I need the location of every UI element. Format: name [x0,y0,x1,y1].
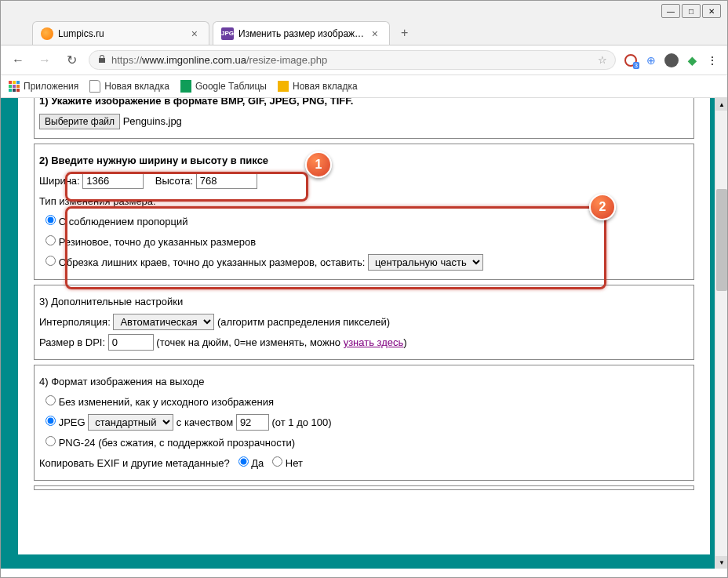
section-1-heading: 1) Укажите изображение в формате BMP, GI… [39,98,689,110]
quality-range-hint: (от 1 до 100) [272,416,332,428]
jpg-icon: JPG [221,27,234,40]
plus-icon [278,81,289,92]
resize-crop-radio[interactable] [46,256,56,266]
bookmark-label: Новая вкладка [293,81,358,92]
annotation-badge-1: 1 [305,151,332,178]
extension-icons: 3 ⊕ ◆ ⋮ [624,53,719,67]
tab-bar: Lumpics.ru × JPG Изменить размер изображ… [1,1,727,45]
new-tab-button[interactable]: + [393,21,416,45]
dpi-input[interactable] [108,334,154,351]
dpi-learn-link[interactable]: узнать здесь [344,336,404,348]
resize-stretch-radio[interactable] [46,235,56,245]
annotation-box-2 [65,206,606,289]
section-5-peek [34,485,694,490]
badge-count: 3 [633,62,639,69]
dpi-label: Размер в DPI: [39,336,105,348]
interpolation-label: Интерполяция: [39,316,111,328]
radio-label: Да [251,457,264,469]
exif-no-radio[interactable] [272,456,282,467]
globe-icon[interactable]: ⊕ [644,53,658,67]
tab-title: Lumpics.ru [58,28,188,39]
section-3-heading: 3) Дополнительные настройки [39,293,689,311]
interpolation-select[interactable]: Автоматическая [113,314,214,330]
close-icon[interactable]: × [188,27,201,40]
apps-icon [9,81,20,92]
url-text: https://www.imgonline.com.ua/resize-imag… [111,54,327,66]
menu-icon[interactable]: ⋮ [705,53,719,67]
jpeg-type-select[interactable]: стандартный [88,414,173,431]
reload-button[interactable]: ↻ [62,51,81,70]
apps-bookmark[interactable]: Приложения [9,81,78,92]
quality-label: с качеством [177,416,233,428]
window-maximize-button[interactable]: □ [682,4,701,18]
site-icon [41,27,53,40]
sheets-bookmark[interactable]: Google Таблицы [180,80,267,93]
exif-label: Копировать EXIF и другие метаданные? [39,457,230,469]
annotation-box-1 [65,172,308,202]
newtab2-bookmark[interactable]: Новая вкладка [278,81,358,92]
annotation-badge-2: 2 [589,194,616,220]
bookmark-label: Google Таблицы [195,81,267,92]
format-jpeg-radio[interactable] [46,416,56,426]
tab-lumpics[interactable]: Lumpics.ru × [32,21,209,45]
lock-icon [97,54,107,66]
choose-file-button[interactable]: Выберите файл [39,114,120,129]
format-png-radio[interactable] [46,436,56,446]
section-4-heading: 4) Формат изображения на выходе [39,373,689,391]
dpi-hint: (точек на дюйм, 0=не изменять, можно узн… [156,336,406,348]
forward-button[interactable]: → [35,51,54,70]
vertical-scrollbar[interactable]: ▲ ▼ [715,98,727,569]
close-icon[interactable]: × [369,27,381,40]
tab-imgonline[interactable]: JPG Изменить размер изображения × [213,21,390,45]
format-original-radio[interactable] [46,395,56,405]
exif-yes-radio[interactable] [238,456,249,467]
address-bar: ← → ↻ https://www.imgonline.com.ua/resiz… [1,45,727,75]
radio-label: PNG-24 (без сжатия, с поддержкой прозрач… [59,437,296,449]
radio-label: Без изменений, как у исходного изображен… [59,396,274,408]
avatar-icon[interactable] [664,53,679,67]
scroll-down-button[interactable]: ▼ [715,556,727,569]
filename-label: Penguins.jpg [123,115,182,127]
tab-title: Изменить размер изображения [238,28,369,39]
section-2-heading: 2) Введите нужную ширину и высоту в пикс… [39,152,689,169]
radio-label: Нет [286,457,303,469]
newtab-bookmark[interactable]: Новая вкладка [89,80,169,93]
window-close-button[interactable]: ✕ [702,4,721,18]
section-3: 3) Дополнительные настройки Интерполяция… [34,285,694,360]
section-4: 4) Формат изображения на выходе Без изме… [34,365,694,481]
radio-label: JPEG [59,416,86,428]
url-field[interactable]: https://www.imgonline.com.ua/resize-imag… [89,50,616,70]
sheets-icon [180,80,191,93]
section-1: 1) Укажите изображение в формате BMP, GI… [34,98,694,139]
star-icon[interactable]: ☆ [598,54,607,66]
scroll-thumb[interactable] [716,189,727,291]
bookmarks-bar: Приложения Новая вкладка Google Таблицы … [1,75,727,98]
add-icon[interactable]: ◆ [685,53,699,67]
interpolation-hint: (алгоритм распределения пикселей) [217,316,390,328]
page-icon [89,80,100,93]
bookmark-label: Приложения [24,81,78,92]
extension-badge-icon[interactable]: 3 [624,53,638,67]
resize-proportional-radio[interactable] [46,215,56,225]
back-button[interactable]: ← [9,51,27,70]
window-minimize-button[interactable]: — [661,4,680,18]
bookmark-label: Новая вкладка [104,81,169,92]
scroll-up-button[interactable]: ▲ [715,98,727,111]
jpeg-quality-input[interactable] [236,414,269,431]
